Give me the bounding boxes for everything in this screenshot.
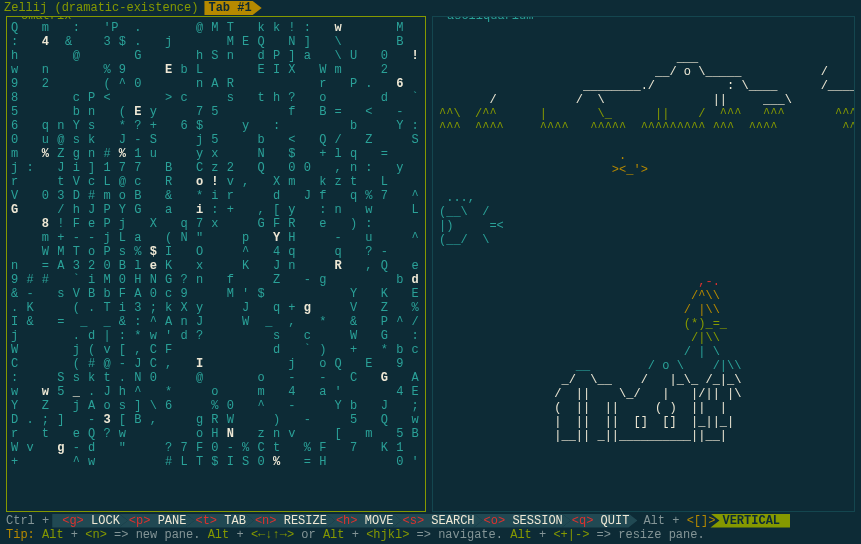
tipbar: Tip: Alt + <n> => new pane. Alt + <←↓↑→>… bbox=[0, 528, 861, 544]
asciiquarium-content: ___ __/ o \_____ / ________./ : \____ /_… bbox=[433, 21, 854, 445]
statusbar-mode: VERTICAL bbox=[710, 514, 790, 528]
statusbar-item-move[interactable]: <h> MOVE bbox=[326, 514, 402, 528]
statusbar-item-quit[interactable]: <q> QUIT bbox=[562, 514, 638, 528]
workspace: cmatrix Q m : 'P . @ M T k k ! : w M a $… bbox=[0, 16, 861, 512]
topbar: Zellij (dramatic-existence) Tab #1 bbox=[0, 0, 861, 16]
statusbar-alt-label: Alt + <[]> bbox=[643, 514, 715, 528]
statusbar: Ctrl + <g> LOCK<p> PANE<t> TAB<n> RESIZE… bbox=[0, 512, 861, 528]
pane-asciiquarium[interactable]: asciiquarium ___ __/ o \_____ / ________… bbox=[432, 16, 855, 512]
tip-label: Tip: bbox=[6, 528, 35, 542]
statusbar-item-session[interactable]: <o> SESSION bbox=[474, 514, 571, 528]
statusbar-item-lock[interactable]: <g> LOCK bbox=[52, 514, 128, 528]
statusbar-prefix: Ctrl + bbox=[6, 514, 49, 528]
statusbar-item-pane[interactable]: <p> PANE bbox=[119, 514, 195, 528]
statusbar-item-tab[interactable]: <t> TAB bbox=[185, 514, 253, 528]
session-label: Zellij (dramatic-existence) bbox=[4, 1, 198, 15]
statusbar-item-search[interactable]: <s> SEARCH bbox=[393, 514, 483, 528]
statusbar-item-resize[interactable]: <n> RESIZE bbox=[245, 514, 335, 528]
cmatrix-content: Q m : 'P . @ M T k k ! : w M a $ Z 4 : 4… bbox=[7, 21, 425, 469]
pane-title-cmatrix: cmatrix bbox=[17, 16, 75, 23]
pane-cmatrix[interactable]: cmatrix Q m : 'P . @ M T k k ! : w M a $… bbox=[6, 16, 426, 512]
pane-title-asciiquarium: asciiquarium bbox=[443, 16, 537, 23]
active-tab[interactable]: Tab #1 bbox=[204, 1, 261, 15]
